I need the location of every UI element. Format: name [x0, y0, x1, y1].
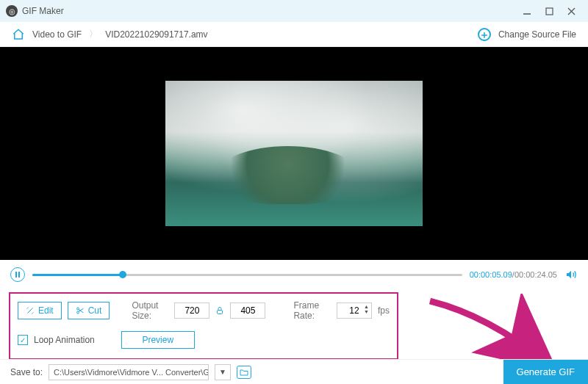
title-bar: ◎ GIF Maker [0, 0, 588, 22]
frame-rate-label: Frame Rate: [293, 300, 331, 321]
minimize-icon [523, 7, 531, 15]
cut-label: Cut [88, 305, 102, 316]
breadcrumb-bar: Video to GIF 〉 VID20221029091717.amv ＋ C… [0, 22, 588, 47]
seek-progress [32, 274, 123, 276]
pause-icon [15, 272, 20, 278]
breadcrumb-separator-icon: 〉 [89, 28, 98, 40]
breadcrumb-file: VID20221029091717.amv [105, 29, 207, 40]
footer-bar: Save to: C:\Users\Vidmore\Vidmore V... C… [0, 359, 588, 384]
pause-button[interactable] [10, 267, 25, 282]
video-frame [165, 81, 423, 226]
close-icon [567, 7, 576, 15]
svg-rect-6 [218, 311, 223, 314]
output-size-label: Output Size: [132, 300, 168, 321]
breadcrumb-root[interactable]: Video to GIF [32, 29, 82, 40]
output-height-input[interactable] [230, 303, 265, 319]
volume-button[interactable] [564, 269, 578, 280]
time-display: 00:00:05.09/00:00:24.05 [470, 270, 557, 279]
lock-aspect-icon[interactable] [215, 305, 224, 316]
seek-handle[interactable] [119, 271, 126, 278]
folder-icon [240, 369, 248, 376]
options-panel: Edit Cut Output Size: Frame Rate: ▲▼ fps… [9, 292, 398, 360]
maximize-button[interactable] [538, 4, 560, 18]
open-folder-button[interactable] [237, 366, 251, 379]
scissors-icon [76, 306, 85, 315]
chevron-down-icon: ▼ [219, 368, 226, 376]
generate-gif-button[interactable]: Generate GIF [503, 360, 588, 385]
close-button[interactable] [560, 4, 582, 18]
output-width-input[interactable] [174, 303, 209, 319]
minimize-button[interactable] [516, 4, 538, 18]
edit-label: Edit [38, 305, 54, 316]
app-icon: ◎ [6, 5, 18, 17]
add-source-icon[interactable]: ＋ [478, 28, 491, 41]
save-to-label: Save to: [10, 367, 43, 377]
preview-button[interactable]: Preview [121, 331, 195, 349]
seek-track[interactable] [32, 274, 462, 276]
video-preview-area [0, 47, 588, 260]
loop-animation-checkbox[interactable]: ✓ [18, 335, 28, 345]
chevron-up-icon: ▲ [364, 304, 369, 309]
player-controls: 00:00:05.09/00:00:24.05 [0, 260, 588, 289]
current-time: 00:00:05.09 [470, 270, 512, 279]
chevron-down-icon: ▼ [364, 309, 369, 314]
edit-button[interactable]: Edit [18, 302, 62, 319]
save-path-dropdown[interactable]: ▼ [215, 364, 231, 380]
total-time: 00:00:24.05 [514, 270, 557, 279]
home-icon[interactable] [12, 28, 25, 41]
save-path-field[interactable]: C:\Users\Vidmore\Vidmore V... Converter\… [49, 364, 209, 380]
cut-button[interactable]: Cut [68, 302, 110, 319]
wand-icon [26, 306, 35, 315]
app-title: GIF Maker [22, 6, 64, 16]
svg-rect-1 [546, 8, 553, 15]
volume-icon [564, 269, 578, 280]
fps-unit: fps [378, 305, 390, 316]
maximize-icon [545, 7, 553, 15]
loop-animation-label: Loop Animation [34, 335, 95, 345]
change-source-button[interactable]: Change Source File [498, 29, 576, 40]
frame-rate-stepper[interactable]: ▲▼ [364, 304, 369, 314]
